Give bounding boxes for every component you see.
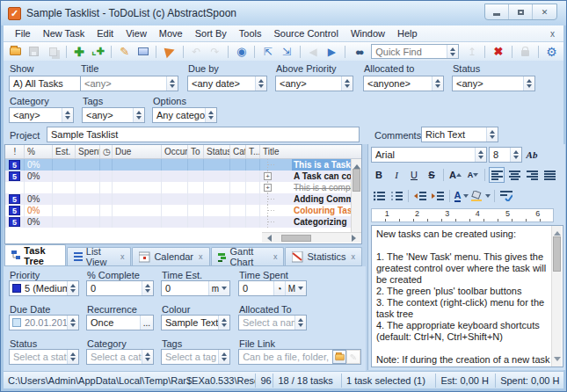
browse-file-button[interactable] xyxy=(332,350,346,364)
title-filter-field[interactable] xyxy=(80,76,178,91)
combo-spinner[interactable] xyxy=(133,108,144,122)
due-by-filter-combo[interactable]: <any date> xyxy=(187,76,267,91)
table-row[interactable]: 5 0% A Task can co xyxy=(5,171,351,182)
combo-spinner[interactable] xyxy=(432,76,443,91)
delete-task-button[interactable]: ✖ xyxy=(490,44,506,60)
task-reminder-button[interactable] xyxy=(134,44,151,60)
horizontal-scrollbar[interactable] xyxy=(262,232,361,243)
comments-format-combo[interactable]: Rich Text xyxy=(421,127,498,142)
combo-spinner[interactable] xyxy=(294,316,306,330)
tab-statistics[interactable]: Statistics x xyxy=(285,247,362,265)
menu-sort-by[interactable]: Sort By xyxy=(189,26,233,40)
combo-spinner[interactable] xyxy=(142,350,153,364)
menubar-close-button[interactable]: x xyxy=(547,29,558,39)
save-button[interactable] xyxy=(25,44,42,60)
table-row[interactable]: This is a complet xyxy=(5,182,351,193)
undo-button[interactable]: ↶ xyxy=(188,44,205,60)
scrollbar-thumb[interactable] xyxy=(281,235,311,242)
col-occurs[interactable]: Occurs xyxy=(162,145,188,158)
status-attr-combo[interactable]: Select a status xyxy=(9,349,79,365)
save-all-button[interactable] xyxy=(44,44,61,60)
scrollbar-thumb[interactable] xyxy=(553,236,561,272)
col-to[interactable]: To xyxy=(188,145,204,158)
table-row[interactable]: 5 0% Adding Comm xyxy=(5,193,351,205)
menu-tools[interactable]: Tools xyxy=(233,26,268,40)
combo-spinner[interactable] xyxy=(218,316,229,330)
prev-task-button[interactable]: ◀ xyxy=(305,44,322,60)
above-priority-filter-combo[interactable]: <any> xyxy=(275,76,353,91)
edit-link-button[interactable]: ✎ xyxy=(346,350,360,364)
menu-move[interactable]: Move xyxy=(153,26,189,40)
tab-calendar[interactable]: Calendar x xyxy=(132,247,209,265)
col-t[interactable]: T... xyxy=(246,145,260,158)
combo-spinner[interactable] xyxy=(523,76,534,91)
table-row[interactable]: 5 0% Colouring Tas xyxy=(5,205,351,216)
font-dialog-button[interactable]: Ab xyxy=(524,147,540,163)
word-wrap-button[interactable] xyxy=(498,188,514,204)
new-task-button[interactable]: ✚ xyxy=(71,44,88,60)
scrollbar-thumb[interactable] xyxy=(353,169,360,192)
menu-new-task[interactable]: New Task xyxy=(37,26,91,40)
menu-view[interactable]: View xyxy=(120,26,153,40)
menu-window[interactable]: Window xyxy=(345,26,391,40)
expand-plus-icon[interactable] xyxy=(264,172,272,180)
due-date-checkbox[interactable] xyxy=(12,318,21,327)
recurrence-browse-button[interactable]: ... xyxy=(140,316,153,330)
tab-gantt-chart[interactable]: Gantt Chart x xyxy=(211,247,285,265)
font-family-combo[interactable]: Arial xyxy=(371,147,487,163)
tab-close-icon[interactable]: x xyxy=(273,252,278,261)
menu-source-control[interactable]: Source Control xyxy=(268,26,345,40)
colour-combo[interactable]: Sample Text xyxy=(161,315,230,330)
status-filter-combo[interactable]: <any> xyxy=(452,76,535,91)
col-status[interactable]: Status xyxy=(204,145,230,158)
bold-button[interactable]: B xyxy=(371,167,387,183)
menu-help[interactable]: Help xyxy=(391,26,424,40)
font-size-combo[interactable]: 8 xyxy=(489,147,522,163)
due-date-field[interactable]: 20.01.2015 xyxy=(9,315,79,330)
recurrence-field[interactable]: Once ... xyxy=(86,315,154,330)
category-attr-combo[interactable]: Select a catego xyxy=(86,349,154,365)
combo-spinner[interactable] xyxy=(62,108,73,122)
vertical-scrollbar[interactable] xyxy=(351,159,361,243)
col-percent[interactable]: % xyxy=(25,145,53,158)
tab-list-view[interactable]: List View x xyxy=(67,247,131,265)
scroll-up-icon[interactable] xyxy=(353,161,360,169)
justify-button[interactable] xyxy=(542,167,557,183)
time-est-field[interactable]: 0 m xyxy=(161,280,230,296)
align-center-button[interactable] xyxy=(506,167,522,183)
allocated-to-combo[interactable]: Select a name xyxy=(238,315,307,330)
menu-file[interactable]: File xyxy=(9,26,37,40)
comments-text-area[interactable]: New tasks can be created using: 1. The '… xyxy=(371,225,563,367)
fill-color-button[interactable] xyxy=(471,188,491,204)
text-color-button[interactable]: A xyxy=(454,188,469,204)
quick-find-combo[interactable] xyxy=(371,44,459,59)
col-clock-icon[interactable]: ◷ xyxy=(100,145,113,158)
combo-spinner[interactable] xyxy=(67,350,78,364)
combo-spinner[interactable] xyxy=(67,281,78,295)
outdent-button[interactable] xyxy=(412,188,428,204)
title-filter-options-button[interactable] xyxy=(166,76,178,91)
tab-close-icon[interactable]: x xyxy=(120,252,125,261)
grow-font-button[interactable]: A xyxy=(447,167,463,183)
combo-spinner[interactable] xyxy=(67,316,78,330)
align-left-button[interactable] xyxy=(489,167,505,183)
project-input[interactable] xyxy=(47,127,360,142)
new-subtask-button[interactable]: ⌞✚ xyxy=(90,44,106,60)
col-est[interactable]: Est. xyxy=(53,145,76,158)
password-lock-button[interactable] xyxy=(517,44,534,60)
scroll-down-icon[interactable] xyxy=(554,357,561,365)
open-tasklist-button[interactable] xyxy=(7,44,24,60)
combo-spinner[interactable] xyxy=(486,127,498,142)
time-spent-unit-button[interactable]: M xyxy=(285,281,306,295)
combo-spinner[interactable] xyxy=(510,148,521,162)
bullet-list-button[interactable] xyxy=(371,188,387,204)
close-button[interactable]: ✕ xyxy=(533,4,556,19)
category-filter-combo[interactable]: <any> xyxy=(9,107,74,123)
table-row[interactable]: 5 0% Categorizing xyxy=(5,216,351,228)
quick-find-input[interactable] xyxy=(372,47,447,57)
shrink-font-button[interactable]: A xyxy=(465,167,481,183)
comments-scrollbar[interactable] xyxy=(551,226,562,367)
percent-spinner[interactable] xyxy=(142,281,153,295)
title-bar[interactable]: ✓ Sample Tasklist - ToDoList (c) Abstrac… xyxy=(1,1,566,25)
next-task-button[interactable]: ▶ xyxy=(323,44,340,60)
